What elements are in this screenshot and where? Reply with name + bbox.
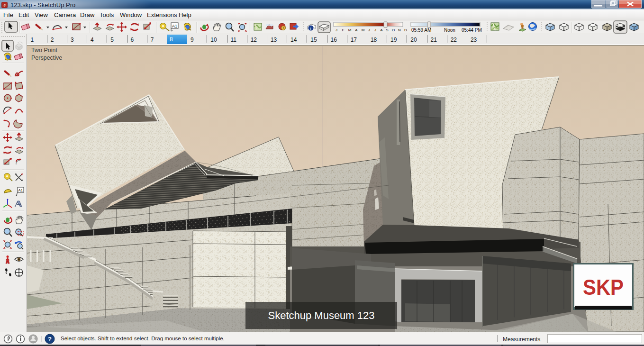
svg-text:Sketchup Museum 123: Sketchup Museum 123 xyxy=(268,310,374,321)
svg-text:D: D xyxy=(404,28,407,32)
svg-text:05:59 AM: 05:59 AM xyxy=(411,27,431,33)
svg-text:A1: A1 xyxy=(172,24,177,28)
svg-text:?: ? xyxy=(48,336,52,343)
svg-text:Noon: Noon xyxy=(444,27,455,33)
svg-text:J: J xyxy=(374,28,376,32)
svg-text:N: N xyxy=(398,28,401,32)
svg-text:J: J xyxy=(368,28,370,32)
svg-text:J: J xyxy=(336,28,337,32)
svg-text:05:44 PM: 05:44 PM xyxy=(462,27,482,33)
svg-text:M: M xyxy=(348,28,352,32)
svg-text:S: S xyxy=(386,28,388,32)
svg-text:SKP: SKP xyxy=(583,275,624,300)
svg-text:A: A xyxy=(380,28,383,32)
svg-text:A1: A1 xyxy=(18,188,23,192)
svg-text:O: O xyxy=(392,28,395,32)
svg-text:F: F xyxy=(342,28,345,32)
svg-text:A: A xyxy=(355,28,358,32)
svg-text:M: M xyxy=(362,28,365,32)
